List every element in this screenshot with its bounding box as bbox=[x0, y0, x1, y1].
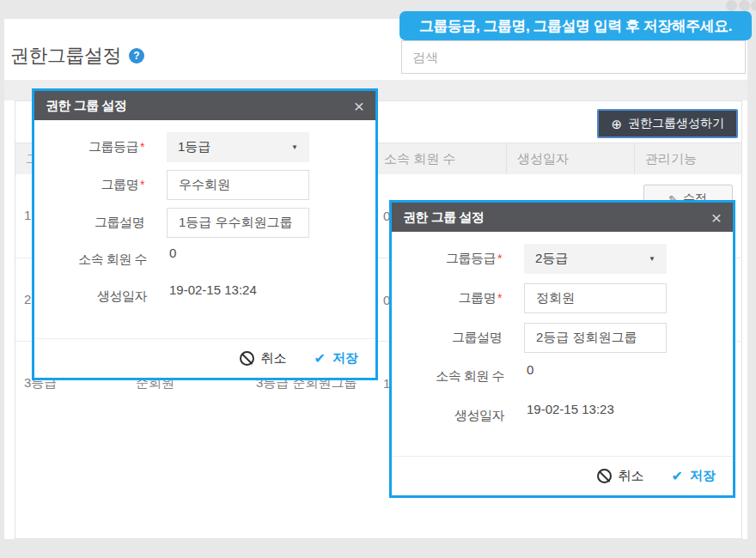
modal-title: 권한 그룹 설정 bbox=[403, 209, 484, 226]
search-input[interactable] bbox=[401, 40, 746, 74]
name-field[interactable]: 우수회원 bbox=[167, 170, 309, 200]
plus-circle-icon: ⊕ bbox=[611, 118, 622, 130]
window-dot-3 bbox=[751, 0, 756, 11]
chevron-down-icon: ▼ bbox=[291, 143, 298, 151]
modal-footer: 취소 ✔ 저장 bbox=[34, 338, 375, 378]
desc-label: 그룹설명 bbox=[34, 215, 144, 231]
instruction-tooltip: 그룹등급, 그룹명, 그룹설명 입력 후 저장해주세요. bbox=[399, 11, 752, 40]
page-header: 권한그룹설정 ? bbox=[10, 43, 144, 69]
name-field-value: 정회원 bbox=[536, 290, 575, 306]
desc-field-value: 2등급 정회원그룹 bbox=[536, 330, 637, 346]
group-settings-modal-1: 권한 그룹 설정 × 그룹등급* 1등급 ▼ 그룹명* 우수회원 그룹설명 1등… bbox=[32, 88, 378, 380]
created-date-label: 생성일자 bbox=[34, 282, 147, 305]
modal-body: 그룹등급* 2등급 ▼ 그룹명* 정회원 그룹설명 2등급 정회원그룹 소속 회… bbox=[392, 232, 733, 456]
help-icon[interactable]: ? bbox=[129, 48, 144, 64]
cancel-button[interactable]: 취소 bbox=[240, 350, 287, 367]
name-field-value: 우수회원 bbox=[179, 177, 230, 193]
required-star: * bbox=[140, 140, 144, 154]
cancel-label: 취소 bbox=[261, 350, 287, 367]
required-star: * bbox=[497, 252, 502, 265]
desc-field[interactable]: 1등급 우수회원그룹 bbox=[167, 208, 309, 238]
create-group-button[interactable]: ⊕ 권한그룹생성하기 bbox=[597, 109, 738, 138]
modal-footer: 취소 ✔ 저장 bbox=[392, 456, 733, 495]
close-icon[interactable]: × bbox=[711, 209, 722, 227]
member-count-value: 0 bbox=[527, 362, 533, 377]
name-label: 그룹명* bbox=[34, 177, 144, 193]
member-count-label: 소속 회원 수 bbox=[392, 362, 504, 385]
grade-select-value: 2등급 bbox=[535, 251, 568, 267]
close-icon[interactable]: × bbox=[354, 97, 364, 115]
modal-title: 권한 그룹 설정 bbox=[46, 98, 126, 114]
modal-header: 권한 그룹 설정 × bbox=[392, 203, 733, 232]
check-icon: ✔ bbox=[314, 350, 326, 367]
search-box bbox=[401, 40, 746, 74]
window-dot-1 bbox=[726, 0, 737, 11]
desc-label: 그룹설명 bbox=[392, 330, 502, 346]
grade-select[interactable]: 1등급 ▼ bbox=[167, 132, 309, 162]
created-date-value: 19-02-15 13:24 bbox=[169, 282, 257, 297]
required-star: * bbox=[497, 291, 502, 305]
save-button[interactable]: ✔ 저장 bbox=[314, 350, 358, 367]
group-settings-modal-2: 권한 그룹 설정 × 그룹등급* 2등급 ▼ 그룹명* 정회원 그룹설명 2등급… bbox=[389, 200, 735, 498]
created-date-value: 19-02-15 13:23 bbox=[527, 402, 614, 416]
grade-select-value: 1등급 bbox=[178, 139, 210, 155]
grade-label: 그룹등급* bbox=[34, 139, 144, 155]
desc-field-value: 1등급 우수회원그룹 bbox=[179, 215, 293, 231]
check-icon: ✔ bbox=[672, 468, 683, 484]
window-dot-2 bbox=[739, 0, 750, 11]
cancel-icon bbox=[597, 469, 612, 483]
create-group-label: 권한그룹생성하기 bbox=[628, 116, 724, 131]
cancel-button[interactable]: 취소 bbox=[597, 468, 644, 484]
name-label: 그룹명* bbox=[392, 290, 502, 306]
created-date-label: 생성일자 bbox=[392, 402, 504, 424]
modal-header: 권한 그룹 설정 × bbox=[34, 91, 375, 120]
col-header-count: 소속 회원 수 bbox=[373, 143, 506, 174]
page-title: 권한그룹설정 bbox=[10, 43, 121, 69]
col-header-manage: 관리기능 bbox=[634, 143, 741, 174]
chevron-down-icon: ▼ bbox=[649, 255, 655, 263]
member-count-label: 소속 회원 수 bbox=[34, 246, 147, 268]
modal-body: 그룹등급* 1등급 ▼ 그룹명* 우수회원 그룹설명 1등급 우수회원그룹 소속… bbox=[34, 120, 375, 338]
col-header-date: 생성일자 bbox=[506, 143, 634, 174]
grade-select[interactable]: 2등급 ▼ bbox=[524, 244, 667, 274]
name-field[interactable]: 정회원 bbox=[524, 283, 667, 313]
save-button[interactable]: ✔ 저장 bbox=[672, 468, 716, 484]
member-count-value: 0 bbox=[169, 246, 176, 260]
cancel-label: 취소 bbox=[619, 468, 644, 484]
save-label: 저장 bbox=[332, 350, 358, 367]
cancel-icon bbox=[240, 351, 254, 366]
grade-label: 그룹등급* bbox=[392, 251, 502, 267]
save-label: 저장 bbox=[690, 468, 716, 484]
desc-field[interactable]: 2등급 정회원그룹 bbox=[524, 323, 667, 353]
required-star: * bbox=[140, 178, 144, 191]
